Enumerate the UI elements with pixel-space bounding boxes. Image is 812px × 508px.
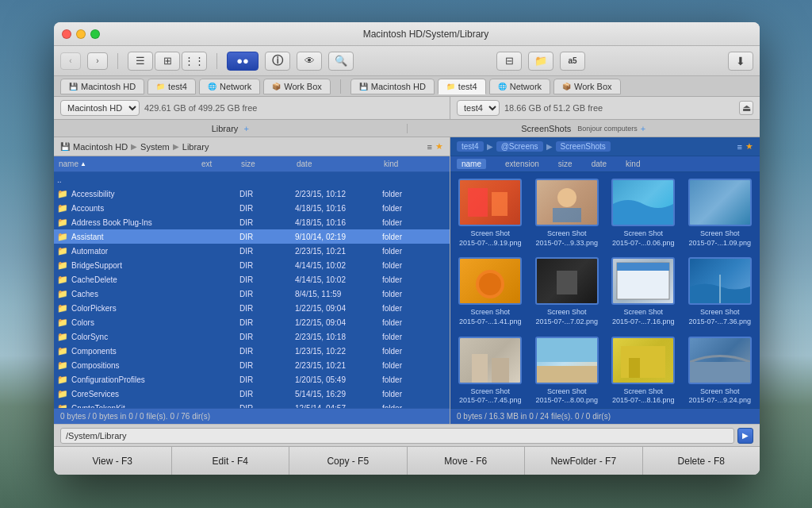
screenshot-item[interactable]: Screen Shot 2015-07-...1.09.png	[687, 179, 754, 248]
panel-toggle-button[interactable]: ⊟	[496, 52, 522, 71]
location-bars: Macintosh HD 429.61 GB of 499.25 GB free…	[54, 97, 760, 120]
tabs-row: 💾 Macintosh HD 📁 test4 🌐 Network 📦 Work …	[54, 76, 760, 97]
file-row[interactable]: 📁AccountsDIR4/18/15, 10:16folder	[54, 201, 450, 215]
file-size: DIR	[239, 304, 295, 313]
new-folder-button[interactable]: 📁	[528, 52, 553, 71]
eye-button[interactable]: 👁	[297, 52, 322, 71]
fn-button-newfolder---f7[interactable]: NewFolder - F7	[525, 447, 643, 475]
tab-test4-left[interactable]: 📁 test4	[147, 79, 196, 94]
col-header-size[interactable]: size	[239, 160, 295, 168]
file-row[interactable]: ..	[54, 172, 450, 187]
screenshot-item[interactable]: Screen Shot 2015-07-...7.02.png	[534, 257, 601, 326]
file-date: 1/20/15, 05:49	[295, 375, 382, 384]
maximize-button[interactable]	[90, 29, 100, 39]
left-drive-select[interactable]: Macintosh HD	[60, 100, 140, 116]
minimize-button[interactable]	[76, 29, 86, 39]
folder-icon: 📁	[57, 375, 68, 385]
path-go-button[interactable]: ▶	[737, 428, 753, 444]
tab-workbox-right[interactable]: 📦 Work Box	[553, 79, 620, 94]
screenshot-item[interactable]: Screen Shot 2015-07-...0.06.png	[610, 179, 677, 248]
tab-macintosh-hd-left[interactable]: 💾 Macintosh HD	[60, 79, 144, 94]
file-size: DIR	[239, 361, 295, 370]
file-row[interactable]: 📁AutomatorDIR2/23/15, 10:21folder	[54, 244, 450, 258]
back-button[interactable]: ‹	[60, 52, 81, 70]
eject-button[interactable]: ⏏	[739, 101, 753, 115]
tab-network-left[interactable]: 🌐 Network	[199, 79, 260, 94]
screenshot-label: Screen Shot 2015-07-...0.06.png	[612, 229, 675, 248]
right-panel: name extension size date kind Screen Sho…	[450, 156, 760, 424]
tab-label: Network	[220, 82, 251, 91]
col-header-kind[interactable]: kind	[382, 160, 430, 168]
file-row[interactable]: 📁CompositionsDIR2/23/15, 10:21folder	[54, 358, 450, 372]
file-size: DIR	[239, 218, 295, 227]
star-icon[interactable]: ★	[435, 141, 443, 152]
left-panel-add[interactable]: +	[243, 124, 248, 133]
tab-test4-right[interactable]: 📁 test4	[438, 79, 486, 94]
info-button[interactable]: ⓘ	[265, 52, 290, 71]
screenshot-item[interactable]: Screen Shot 2015-07-...1.41.png	[457, 257, 524, 326]
screenshot-item[interactable]: Screen Shot 2015-07-...9.24.png	[687, 337, 754, 406]
file-row[interactable]: 📁ColorSyncDIR2/23/15, 10:18folder	[54, 329, 450, 344]
tab-network-right[interactable]: 🌐 Network	[489, 79, 550, 94]
rb-screenshots[interactable]: ScreenShots	[556, 141, 611, 152]
fn-button-edit---f4[interactable]: Edit - F4	[172, 447, 290, 475]
file-row[interactable]: 📁ColorsDIR1/22/15, 09:04folder	[54, 315, 450, 329]
right-sort-icon[interactable]: ≡	[737, 142, 742, 152]
file-row[interactable]: 📁CoreServicesDIR5/14/15, 16:29folder	[54, 387, 450, 401]
close-button[interactable]	[62, 29, 71, 39]
fn-button-delete---f8[interactable]: Delete - F8	[643, 447, 760, 475]
path-input[interactable]	[60, 428, 734, 444]
screenshot-item[interactable]: Screen Shot 2015-07-...7.45.png	[457, 337, 524, 406]
breadcrumb-item-system[interactable]: System	[140, 142, 170, 152]
rb-test4[interactable]: test4	[457, 141, 484, 152]
rb-screens[interactable]: @Screens	[496, 141, 543, 152]
screenshot-item[interactable]: Screen Shot 2015-07-...8.16.png	[610, 337, 677, 406]
screenshot-item[interactable]: Screen Shot 2015-07-...7.36.png	[687, 257, 754, 326]
screenshots-grid: Screen Shot 2015-07-...9.19.pngScreen Sh…	[450, 172, 760, 408]
view-buttons: ☰ ⊞ ⋮⋮	[128, 52, 207, 71]
file-row[interactable]: 📁ColorPickersDIR1/22/15, 09:04folder	[54, 301, 450, 315]
right-drive-select[interactable]: test4	[457, 100, 500, 116]
screenshot-item[interactable]: Screen Shot 2015-07-...8.00.png	[534, 337, 601, 406]
tab-workbox-left[interactable]: 📦 Work Box	[263, 79, 330, 94]
col-header-date[interactable]: date	[295, 160, 382, 168]
drive-icon-right-1: 💾	[359, 83, 368, 90]
view-list-button[interactable]: ☰	[128, 52, 153, 71]
screenshot-item[interactable]: Screen Shot 2015-07-...9.33.png	[534, 179, 601, 248]
search-button[interactable]: 🔍	[328, 52, 354, 71]
toggle-button[interactable]: ●●	[227, 52, 259, 71]
bonjour-label: Bonjour computers	[577, 125, 638, 133]
file-name: Colors	[71, 318, 94, 327]
breadcrumb-item-library[interactable]: Library	[182, 142, 209, 152]
file-row[interactable]: 📁ConfigurationProfilesDIR1/20/15, 05:49f…	[54, 372, 450, 387]
file-row[interactable]: 📁AccessibilityDIR2/23/15, 10:12folder	[54, 187, 450, 201]
file-row[interactable]: 📁Address Book Plug-InsDIR4/18/15, 10:16f…	[54, 215, 450, 229]
breadcrumb-item-hd[interactable]: Macintosh HD	[73, 142, 128, 152]
view-icons-button[interactable]: ⊞	[155, 52, 180, 71]
view-columns-button[interactable]: ⋮⋮	[182, 52, 207, 71]
fn-button-view---f3[interactable]: View - F3	[54, 447, 172, 475]
download-button[interactable]: ⬇	[728, 52, 753, 71]
fn-button-move---f6[interactable]: Move - F6	[408, 447, 526, 475]
screenshot-item[interactable]: Screen Shot 2015-07-...9.19.png	[457, 179, 524, 248]
rename-button[interactable]: a5	[560, 52, 585, 71]
file-row[interactable]: 📁ComponentsDIR1/23/15, 10:22folder	[54, 344, 450, 358]
file-row[interactable]: 📁CacheDeleteDIR4/14/15, 10:02folder	[54, 272, 450, 287]
col-header-ext[interactable]: ext	[200, 160, 239, 168]
right-star-icon[interactable]: ★	[745, 141, 753, 152]
svg-rect-8	[617, 263, 669, 271]
file-row[interactable]: 📁CryptoTokenKitDIR12/5/14, 04:57folder	[54, 401, 450, 408]
sort-icon[interactable]: ≡	[427, 142, 432, 152]
col-header-name[interactable]: name ▲	[57, 160, 200, 168]
file-row[interactable]: 📁CachesDIR8/4/15, 11:59folder	[54, 287, 450, 301]
file-row[interactable]: 📁AssistantDIR9/10/14, 02:19folder	[54, 229, 450, 244]
right-panel-add[interactable]: +	[641, 124, 645, 133]
right-panel-label-text: ScreenShots	[521, 124, 571, 133]
fn-button-copy---f5[interactable]: Copy - F5	[289, 447, 408, 475]
file-kind: folder	[382, 333, 430, 341]
screenshot-item[interactable]: Screen Shot 2015-07-...7.16.png	[610, 257, 677, 326]
tab-macintosh-hd-right[interactable]: 💾 Macintosh HD	[350, 79, 435, 94]
forward-button[interactable]: ›	[87, 52, 108, 70]
screenshot-thumb	[458, 257, 522, 305]
file-row[interactable]: 📁BridgeSupportDIR4/14/15, 10:02folder	[54, 258, 450, 272]
